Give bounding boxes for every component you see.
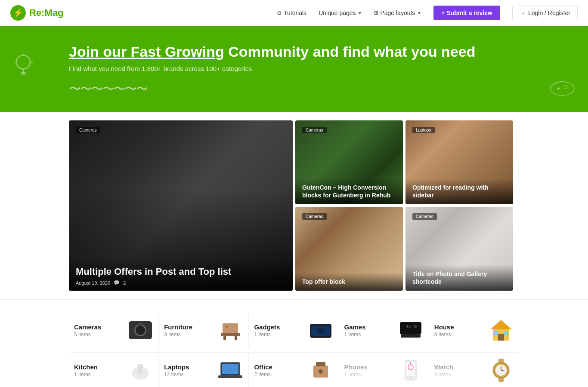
cat-office-count: 2 items	[254, 372, 307, 378]
logo[interactable]: ⚡ Re:Mag	[10, 5, 63, 21]
card2-title: GutenCon – High Conversion blocks for Gu…	[302, 184, 396, 199]
submit-review-label: + Submit a review	[441, 9, 492, 16]
login-register-button[interactable]: → Login / Register	[512, 6, 578, 20]
svg-rect-13	[223, 336, 226, 340]
svg-point-22	[414, 325, 417, 328]
page-layouts-label: Page layouts	[380, 9, 415, 16]
large-card-category: Cameras	[76, 127, 100, 133]
large-card-meta: August 19, 2020 💬 2	[76, 280, 286, 286]
svg-rect-40	[316, 362, 325, 366]
cat-laptops-count: 12 items	[164, 372, 217, 378]
unique-pages-link[interactable]: Unique pages ▼	[319, 9, 362, 16]
navbar: ⚡ Re:Mag ⚙ Tutorials Unique pages ▼ ⊞ Pa…	[0, 0, 588, 26]
laptops-icon	[217, 359, 243, 381]
featured-card-3[interactable]: Laptops Optimized for reading with sideb…	[405, 120, 513, 204]
svg-rect-30	[504, 331, 508, 335]
cat-laptops-name: Laptops	[164, 363, 217, 371]
featured-card-5[interactable]: Cameras Title on Photo and Gallery short…	[405, 207, 513, 291]
cat-phones-name: Phones	[344, 363, 398, 371]
svg-rect-28	[498, 334, 504, 341]
cat-phones-count: 1 items	[344, 372, 398, 378]
cat-gadgets-name: Gadgets	[254, 323, 307, 331]
office-icon	[308, 359, 334, 381]
svg-point-7	[550, 82, 574, 95]
logo-text: Re:Mag	[29, 7, 63, 18]
svg-point-8	[564, 85, 567, 89]
svg-rect-36	[222, 364, 238, 374]
category-office[interactable]: Office 2 items	[249, 353, 339, 387]
card3-title: Optimized for reading with sidebar	[412, 184, 506, 199]
gadgets-icon	[308, 319, 334, 341]
featured-large-card[interactable]: Cameras Multiple Offers in Post and Top …	[69, 120, 293, 291]
hero-title: Join our Fast Growing Community and find…	[69, 43, 571, 61]
cat-furniture-count: 3 items	[164, 332, 217, 338]
category-kitchen[interactable]: Kitchen 1 items	[69, 353, 159, 387]
cat-cameras-count: 5 items	[74, 332, 127, 338]
svg-rect-21	[401, 334, 421, 338]
cat-watch-name: Watch	[434, 363, 488, 371]
svg-rect-20	[400, 322, 421, 334]
games-icon	[398, 319, 424, 341]
wave-decoration: 〜〜〜〜〜〜〜	[69, 81, 571, 97]
category-gadgets[interactable]: Gadgets 1 items	[249, 313, 339, 348]
tutorials-link[interactable]: ⚙ Tutorials	[277, 9, 306, 16]
featured-card-4[interactable]: Cameras Top offer block	[295, 207, 403, 291]
cat-house-name: House	[434, 323, 488, 331]
svg-rect-29	[494, 331, 498, 335]
cat-house-count: 8 items	[434, 332, 488, 338]
category-laptops[interactable]: Laptops 12 items	[159, 353, 249, 387]
svg-rect-12	[221, 333, 240, 336]
svg-rect-19	[311, 337, 331, 338]
svg-point-45	[409, 376, 412, 379]
nav-links: ⚙ Tutorials Unique pages ▼ ⊞ Page layout…	[277, 6, 578, 20]
category-house[interactable]: House 8 items	[429, 313, 519, 348]
category-phones[interactable]: Phones 1 items	[339, 353, 429, 387]
featured-grid: Cameras Multiple Offers in Post and Top …	[0, 112, 588, 299]
svg-rect-14	[235, 336, 237, 340]
cat-kitchen-count: 1 items	[74, 372, 127, 378]
svg-point-34	[137, 364, 143, 367]
large-card-comments: 2	[123, 280, 126, 286]
svg-point-25	[409, 326, 411, 328]
tutorials-label: Tutorials	[284, 9, 306, 16]
cat-gadgets-count: 1 items	[254, 332, 307, 338]
kitchen-icon	[127, 359, 153, 381]
card4-category: Cameras	[302, 213, 327, 220]
featured-card-2[interactable]: Cameras GutenCon – High Conversion block…	[295, 120, 403, 204]
category-watch[interactable]: Watch 3 items	[429, 353, 519, 387]
category-cameras[interactable]: Cameras 5 items	[69, 313, 159, 348]
card4-title: Top offer block	[302, 278, 396, 286]
svg-point-15	[226, 326, 228, 328]
categories-row-1: Cameras 5 items Furniture 3 items	[0, 299, 588, 352]
cat-games-count: 1 items	[344, 332, 398, 338]
large-card-title: Multiple Offers in Post and Top list	[76, 266, 286, 278]
category-games[interactable]: Games 1 items	[339, 313, 429, 348]
gamepad-icon	[549, 77, 575, 101]
featured-section: Cameras Multiple Offers in Post and Top …	[0, 112, 588, 387]
page-layouts-link[interactable]: ⊞ Page layouts ▼	[374, 9, 421, 16]
house-icon	[488, 319, 514, 341]
cat-watch-count: 3 items	[434, 372, 488, 378]
svg-point-18	[317, 328, 324, 333]
svg-point-0	[16, 55, 30, 69]
card5-title: Title on Photo and Gallery shortcode	[412, 270, 506, 286]
categories-grid-2: Kitchen 1 items Laptops 12 items	[69, 352, 519, 387]
svg-rect-42	[319, 370, 322, 373]
card3-category: Laptops	[412, 127, 435, 133]
furniture-icon	[217, 319, 243, 341]
card5-category: Cameras	[412, 213, 437, 220]
submit-review-button[interactable]: + Submit a review	[433, 6, 500, 20]
svg-marker-26	[490, 320, 512, 329]
login-label: Login / Register	[528, 9, 570, 16]
categories-row-2: Kitchen 1 items Laptops 12 items	[0, 352, 588, 387]
category-furniture[interactable]: Furniture 3 items	[159, 313, 249, 348]
card2-category: Cameras	[302, 127, 327, 133]
comment-icon: 💬	[114, 280, 120, 286]
gear-icon: ⚙	[277, 10, 282, 16]
categories-grid-1: Cameras 5 items Furniture 3 items	[69, 313, 519, 348]
hero-title-rest: Community and find what you need	[224, 43, 476, 60]
logo-icon: ⚡	[10, 5, 26, 21]
hero-section: Join our Fast Growing Community and find…	[0, 26, 588, 112]
login-icon: →	[520, 9, 526, 16]
logo-mag: Mag	[44, 7, 63, 18]
